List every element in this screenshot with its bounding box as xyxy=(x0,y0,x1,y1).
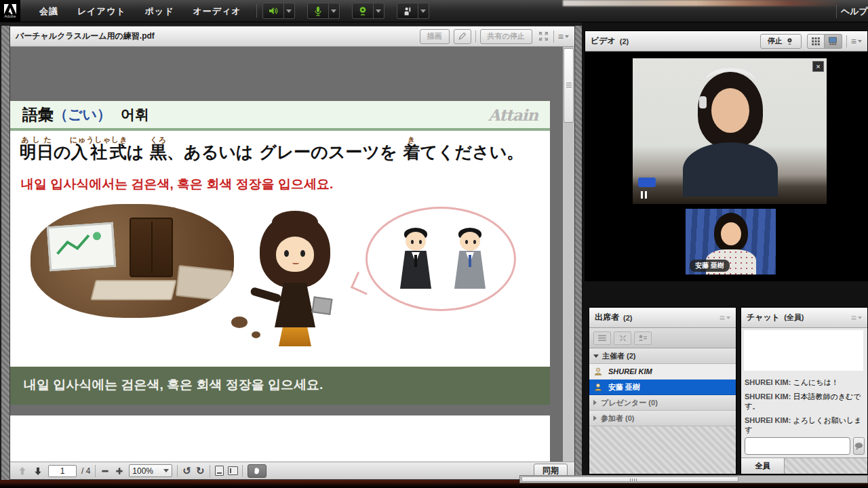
pod-menu-icon[interactable]: ≡ xyxy=(851,37,862,46)
status-button[interactable] xyxy=(397,3,418,19)
pod-menu-icon[interactable]: ≡ xyxy=(558,32,569,41)
fullscreen-icon[interactable] xyxy=(538,30,549,42)
pen-icon xyxy=(458,32,467,41)
grid-view-button[interactable] xyxy=(807,34,825,49)
attendees-toolbar xyxy=(589,328,736,348)
cloud-dot xyxy=(231,317,248,328)
menu-item-pods[interactable]: ポッド xyxy=(136,0,184,22)
pause-video-button[interactable] xyxy=(641,191,647,199)
help-separator xyxy=(836,5,837,18)
stop-video-button[interactable]: 停止 xyxy=(760,34,802,49)
chat-tab-everyone[interactable]: 全員 xyxy=(741,458,785,474)
menu-item-audio[interactable]: オーディオ xyxy=(183,0,250,22)
video-pod-body: × 安藤 亜樹 xyxy=(585,52,867,281)
whiteboard-drawing xyxy=(47,222,116,272)
breakout-view-button[interactable] xyxy=(614,331,631,345)
share-pod-header: バーチャルクラスルーム用の練習.pdf 描画 共有の停止 ≡ xyxy=(10,26,574,47)
adobe-logo: Adobe xyxy=(0,0,20,22)
toolbar-separator xyxy=(553,30,554,43)
microphone-icon xyxy=(313,5,323,17)
pdf-title: バーチャルクラスルーム用の練習.pdf xyxy=(16,30,155,42)
attendee-row-shurei-kim[interactable]: SHUREI KIM xyxy=(589,364,736,380)
webcam-dropdown[interactable] xyxy=(374,3,384,19)
rotate-cw-button[interactable]: ↻ xyxy=(196,466,205,476)
speaker-icon xyxy=(267,5,279,16)
speaker-dropdown[interactable] xyxy=(284,3,295,19)
page-down-button[interactable] xyxy=(33,466,43,476)
hand-tool-button[interactable] xyxy=(248,464,267,478)
thought-cloud xyxy=(31,204,234,318)
horizontal-scrollbar-thumb[interactable] xyxy=(521,476,738,482)
toolbar-separator xyxy=(256,4,257,18)
pdf-scrollbar-thumb[interactable] xyxy=(564,48,574,123)
status-dropdown[interactable] xyxy=(418,3,429,19)
chat-pod: チャット (全員) ≡ SHUREI KIM:こんにちは！ SHUREI KIM… xyxy=(741,307,868,474)
suit-man-black xyxy=(396,229,435,294)
hand-icon xyxy=(252,466,261,475)
host-icon xyxy=(593,382,603,392)
zoom-select[interactable]: 100% xyxy=(129,464,172,477)
attendee-list-view-button[interactable] xyxy=(593,331,611,345)
close-video-button[interactable]: × xyxy=(812,61,824,72)
filmstrip-view-button[interactable] xyxy=(825,34,842,49)
draw-button[interactable]: 描画 xyxy=(420,29,450,44)
thumbnail-video-feed[interactable]: 安藤 亜樹 xyxy=(686,209,776,274)
suit-man-gray xyxy=(450,229,490,294)
chat-history: SHUREI KIM:こんにちは！ SHUREI KIM:日本語教師のきむです。… xyxy=(741,328,867,434)
chat-input[interactable] xyxy=(745,437,850,455)
gray-box xyxy=(311,296,332,315)
attendees-pod-header: 出席者 (2) ≡ xyxy=(589,308,736,328)
pod-menu-icon[interactable]: ≡ xyxy=(851,313,862,323)
heading-korean: 어휘 xyxy=(121,105,149,124)
pointer-tool-button[interactable] xyxy=(454,29,471,44)
pdf-scrollbar[interactable] xyxy=(562,47,574,462)
host-icon xyxy=(593,367,603,376)
pod-menu-icon[interactable]: ≡ xyxy=(719,313,730,323)
breakout-icon xyxy=(618,334,627,342)
wardrobe-drawing xyxy=(130,218,173,277)
video-name-badge: 安藤 亜樹 xyxy=(690,260,730,272)
rotate-ccw-button[interactable]: ↺ xyxy=(182,466,191,476)
heading-japanese: 語彙 xyxy=(22,104,54,125)
heading-reading: （ごい） xyxy=(54,105,111,124)
microphone-dropdown[interactable] xyxy=(329,3,340,19)
adobe-logo-icon xyxy=(4,4,16,14)
vertical-resize-strip[interactable] xyxy=(575,26,582,480)
presenters-section-header[interactable]: プレゼンター (0) xyxy=(589,395,736,411)
webcam-small-icon xyxy=(785,37,794,45)
share-pod: バーチャルクラスルーム用の練習.pdf 描画 共有の停止 ≡ 語彙 （ごい） 어… xyxy=(9,26,575,480)
webcam-icon xyxy=(357,5,368,17)
zoom-out-button[interactable] xyxy=(100,466,110,476)
page-input[interactable] xyxy=(48,465,77,477)
chat-message: SHUREI KIM:よろしくお願いします xyxy=(745,415,864,434)
speaker-button[interactable] xyxy=(262,3,284,19)
fit-width-button[interactable] xyxy=(215,466,224,476)
menu-item-meeting[interactable]: 会議 xyxy=(30,0,68,22)
pdf-page-2 xyxy=(10,415,550,462)
stop-sharing-button[interactable]: 共有の停止 xyxy=(480,29,532,44)
participants-section-header[interactable]: 参加者 (0) xyxy=(589,411,736,426)
hosts-section-header[interactable]: 主催者 (2) xyxy=(589,348,736,364)
chat-scope: (全員) xyxy=(784,312,804,323)
attendee-row-ando-aki[interactable]: 安藤 亜樹 xyxy=(589,380,736,395)
left-resize-strip[interactable] xyxy=(1,26,9,480)
webcam-button[interactable] xyxy=(352,3,374,19)
horizontal-scrollbar[interactable] xyxy=(519,475,868,483)
video-pod-header: ビデオ (2) 停止 ≡ xyxy=(585,31,867,52)
microphone-button[interactable] xyxy=(307,3,329,19)
attendees-pod: 出席者 (2) ≡ 主催者 (2) SHUREI KIM xyxy=(589,307,736,474)
page-up-button[interactable] xyxy=(17,466,28,476)
fit-page-button[interactable] xyxy=(228,466,238,475)
menu-item-help[interactable]: ヘルプ xyxy=(841,0,868,22)
speech-bubble xyxy=(366,207,516,311)
send-button[interactable] xyxy=(853,437,865,455)
pdf-viewer[interactable]: 語彙 （ごい） 어휘 Attain 明日あしたの入社式にゅうしゃしきは 黒くろ、… xyxy=(10,47,574,462)
cartoon-woman xyxy=(254,208,342,364)
filmstrip-icon xyxy=(827,37,838,46)
attain-logo: Attain xyxy=(488,106,538,124)
video-pod: ビデオ (2) 停止 ≡ xyxy=(585,30,868,281)
pdf-page-1: 語彙 （ごい） 어휘 Attain 明日あしたの入社式にゅうしゃしきは 黒くろ、… xyxy=(10,101,550,405)
menu-item-layout[interactable]: レイアウト xyxy=(68,0,136,22)
attendee-status-view-button[interactable] xyxy=(634,331,652,345)
zoom-in-button[interactable] xyxy=(115,466,124,476)
